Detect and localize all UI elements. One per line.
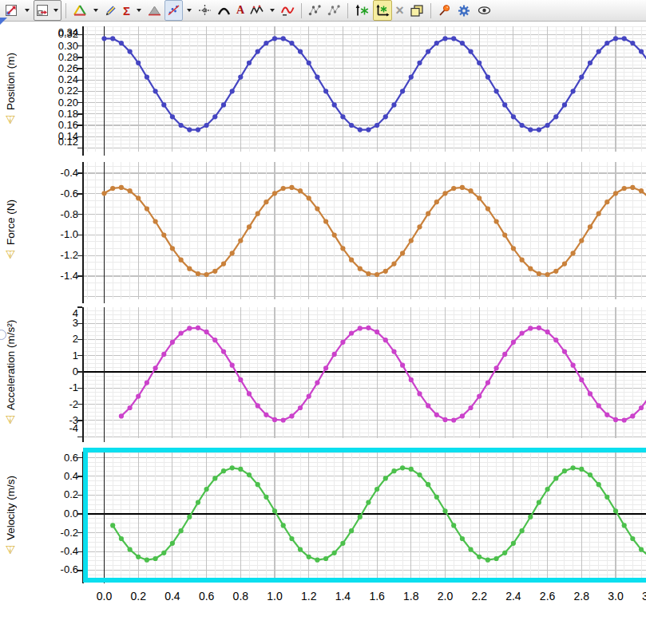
x-tick-label: 0.8 [223,590,258,603]
warning-icon: ⚠ [4,113,17,126]
y-tick-label: 0.0 [22,508,78,520]
point-symbols-button[interactable] [306,0,324,21]
interpolate-menu-button[interactable] [267,0,278,21]
autoscale-menu-button[interactable] [22,0,33,21]
x-tick-label: 0.6 [189,590,224,603]
connect-points-button[interactable] [325,0,343,21]
gear-icon [457,4,471,18]
x-tick-label: 3.2 [632,590,646,603]
linear-fit-icon [167,4,180,17]
corner-marker-icon [0,18,7,25]
chevron-down-icon [93,9,98,12]
y-tick-label: 0.6 [22,452,78,464]
x-tick-label: 3.0 [598,590,633,603]
pages-icon [410,4,424,18]
point-symbols-icon [308,4,322,17]
force-plot[interactable] [82,162,646,304]
x-tick-label: 1.8 [394,590,429,603]
y-tick-label: 2 [22,333,78,346]
y-tick-label: -1.2 [22,249,78,262]
y-tick-label: -4 [22,422,78,435]
y-tick-label: -1 [22,381,78,394]
y-tick-label: 0 [22,365,78,378]
statistics-menu-button[interactable] [133,0,145,21]
x-tick-label: 2.6 [530,590,565,603]
annotate-a-icon: A [236,5,244,16]
curve-fit-icon [281,4,295,17]
graph-toolbar: Σ [0,0,646,22]
zoom-fit-group [34,0,61,21]
toolbar-separator [65,3,66,18]
y-tick-label: -0.4 [22,545,78,558]
pin-button[interactable] [435,0,454,21]
delete-button[interactable]: × [393,0,406,21]
interpolate-button[interactable] [248,0,266,21]
chevron-down-icon [54,9,58,12]
x-tick-label: 2.2 [462,590,497,603]
eye-icon [477,4,492,17]
pencil-icon [105,4,117,17]
y-tick-label: 0.2 [22,488,78,501]
autoscale-icon [5,4,18,17]
settings-button[interactable] [454,0,474,21]
y-axis-label-velocity[interactable]: ⚠Velocity (m/s) [2,452,19,579]
x-tick-label: 1.4 [325,590,360,603]
tangent-button[interactable] [215,0,233,21]
examine-button[interactable] [196,0,214,21]
y-axis-label-force[interactable]: ⚠Force (N) [2,162,19,299]
annotate-button[interactable]: A [234,0,247,21]
interpolate-icon [250,4,264,17]
prism-button[interactable] [70,0,89,21]
warning-icon: ⚠ [4,249,17,262]
x-tick-label: 1.0 [257,590,292,603]
zero-asterisk-icon [355,4,370,18]
y-axis-label-position[interactable]: ⚠Position (m) [2,26,19,152]
chevron-down-icon [137,9,141,12]
warning-icon: ⚠ [4,413,17,426]
x-tick-label: 0.2 [121,590,156,603]
y-axis-label-text: Position (m) [5,53,17,110]
y-tick-label: -0.4 [22,167,78,180]
y-axis-label-text: Force (N) [5,200,17,246]
prism-menu-button[interactable] [90,0,101,21]
sigma-icon: Σ [123,5,130,17]
x-tick-label: 2.0 [428,590,463,603]
y-tick-label: -1.4 [22,270,78,282]
velocity-plot[interactable] [82,452,646,584]
integral-icon [148,4,161,17]
toolbar-separator [347,3,348,18]
tangent-arc-icon [217,4,231,17]
zero-button[interactable] [352,0,372,21]
y-tick-mark [77,437,82,437]
set-axes-button[interactable] [373,0,392,21]
page-overlay-button[interactable] [407,0,426,21]
visibility-button[interactable] [474,0,494,21]
x-tick-label: 0.0 [87,590,122,603]
statistics-button[interactable]: Σ [121,0,133,21]
zoom-fit-icon [36,4,50,17]
y-tick-label: -1.0 [22,228,78,241]
integral-button[interactable] [145,0,164,21]
x-tick-label: 2.4 [496,590,531,603]
y-tick-label: -0.6 [22,188,78,200]
set-axes-icon [375,4,390,18]
chevron-down-icon [270,9,275,12]
pencil-button[interactable] [102,0,120,21]
y-axis-label-text: Velocity (m/s) [5,476,17,540]
y-axis-label-text: Acceleration (m/s²) [5,319,17,409]
curve-fit-button[interactable] [279,0,297,21]
y-tick-label: -2 [22,398,78,411]
y-tick-label: 0.12 [22,136,78,148]
acceleration-plot[interactable] [82,307,646,443]
zoom-fit-menu-button[interactable] [51,1,61,20]
prism-icon [73,4,87,17]
linear-fit-button[interactable] [164,0,183,21]
y-tick-label: -0.8 [22,208,78,221]
linear-fit-menu-button[interactable] [184,0,195,21]
chevron-down-icon [187,9,192,12]
position-plot[interactable] [82,26,646,156]
y-axis-label-acceleration[interactable]: ⚠Acceleration (m/s²) [2,307,19,438]
warning-icon: ⚠ [4,543,17,556]
y-tick-label: -0.6 [22,563,78,576]
zoom-fit-button[interactable] [34,1,51,20]
